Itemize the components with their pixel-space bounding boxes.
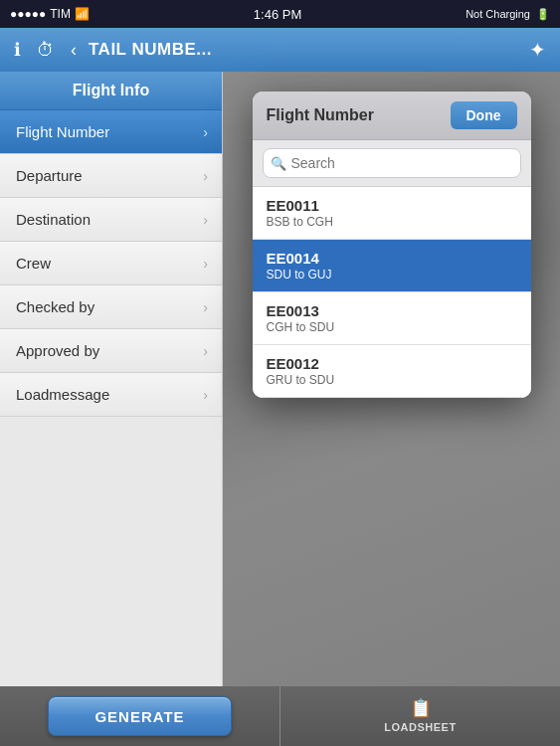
sidebar-item-departure[interactable]: Departure › <box>0 154 222 198</box>
modal-list-item-ee0014[interactable]: EE0014 SDU to GUJ <box>253 240 531 292</box>
sidebar-item-flight-number[interactable]: Flight Number › <box>0 110 222 154</box>
sidebar-item-label: Crew <box>16 255 51 272</box>
battery-status-label: Not Charging <box>466 8 530 20</box>
flight-route: BSB to CGH <box>267 215 517 229</box>
time-label: 1:46 PM <box>254 7 301 22</box>
flight-code: EE0012 <box>267 355 517 372</box>
chevron-right-icon: › <box>203 124 208 140</box>
back-icon[interactable]: ‹ <box>67 36 81 65</box>
flight-route: CGH to SDU <box>267 320 517 334</box>
search-wrapper: 🔍 <box>263 148 521 178</box>
chevron-right-icon: › <box>203 299 208 315</box>
sidebar-item-label: Destination <box>16 211 91 228</box>
sidebar-item-destination[interactable]: Destination › <box>0 198 222 242</box>
modal-list-item-ee0011[interactable]: EE0011 BSB to CGH <box>253 187 531 240</box>
sidebar-item-checked-by[interactable]: Checked by › <box>0 285 222 329</box>
modal-list-item-ee0012[interactable]: EE0012 GRU to SDU <box>253 345 531 398</box>
modal-list: EE0011 BSB to CGH EE0014 SDU to GUJ EE00… <box>253 186 531 398</box>
flight-code: EE0014 <box>267 250 517 267</box>
chevron-right-icon: › <box>203 343 208 359</box>
sidebar-item-approved-by[interactable]: Approved by › <box>0 329 222 373</box>
modal-header: Flight Number Done <box>253 92 531 140</box>
nav-bar: ℹ ⏱ ‹ TAIL NUMBE... ✦ <box>0 28 560 72</box>
sidebar-header: Flight Info <box>0 72 222 110</box>
modal-overlay: Flight Number Done 🔍 EE0011 BSB to CGH E… <box>223 72 560 686</box>
modal-done-button[interactable]: Done <box>451 101 517 129</box>
flight-code: EE0013 <box>267 302 517 319</box>
main-content: Flight Info Flight Number › Departure › … <box>0 72 560 686</box>
sidebar-item-crew[interactable]: Crew › <box>0 242 222 285</box>
info-icon[interactable]: ℹ <box>10 35 25 65</box>
status-left: ●●●●● TIM 📶 <box>10 7 90 21</box>
search-input[interactable] <box>263 148 521 178</box>
modal-list-item-ee0013[interactable]: EE0013 CGH to SDU <box>253 292 531 345</box>
flight-route: SDU to GUJ <box>267 268 517 281</box>
sidebar-item-label: Departure <box>16 167 83 184</box>
chevron-right-icon: › <box>203 387 208 403</box>
flight-code: EE0011 <box>267 197 517 214</box>
loadsheet-label: LOADSHEET <box>384 721 456 734</box>
clock-icon[interactable]: ⏱ <box>33 36 59 65</box>
sidebar-item-label: Loadmessage <box>16 386 109 403</box>
sidebar-item-loadmessage[interactable]: Loadmessage › <box>0 373 222 417</box>
status-right: Not Charging 🔋 <box>466 8 550 21</box>
wifi-icon: 📶 <box>75 7 90 21</box>
bottom-bar: GENERATE 📋 LOADSHEET <box>0 686 560 746</box>
carrier-label: TIM <box>50 7 71 21</box>
sidebar: Flight Info Flight Number › Departure › … <box>0 72 223 686</box>
loadsheet-tab[interactable]: 📋 LOADSHEET <box>280 686 560 746</box>
bottom-tab-row: GENERATE 📋 LOADSHEET <box>0 686 560 746</box>
modal-search-area: 🔍 <box>253 140 531 186</box>
status-bar: ●●●●● TIM 📶 1:46 PM Not Charging 🔋 <box>0 0 560 28</box>
chevron-right-icon: › <box>203 256 208 272</box>
signal-dots: ●●●●● <box>10 7 46 21</box>
chevron-right-icon: › <box>203 168 208 184</box>
chevron-right-icon: › <box>203 212 208 228</box>
sidebar-item-label: Flight Number <box>16 123 109 140</box>
flight-route: GRU to SDU <box>267 373 517 387</box>
battery-icon: 🔋 <box>536 8 550 21</box>
loadsheet-icon: 📋 <box>410 697 432 719</box>
modal-title: Flight Number <box>267 106 374 124</box>
nav-title: TAIL NUMBE... <box>89 40 212 60</box>
weight-balance-tab[interactable]: GENERATE <box>0 686 280 746</box>
sidebar-item-label: Checked by <box>16 298 94 315</box>
right-area: Flight Number Done 🔍 EE0011 BSB to CGH E… <box>223 72 560 686</box>
settings-icon[interactable]: ✦ <box>525 34 550 66</box>
sidebar-item-label: Approved by <box>16 342 99 359</box>
flight-number-modal: Flight Number Done 🔍 EE0011 BSB to CGH E… <box>253 92 531 398</box>
generate-button[interactable]: GENERATE <box>48 696 232 736</box>
